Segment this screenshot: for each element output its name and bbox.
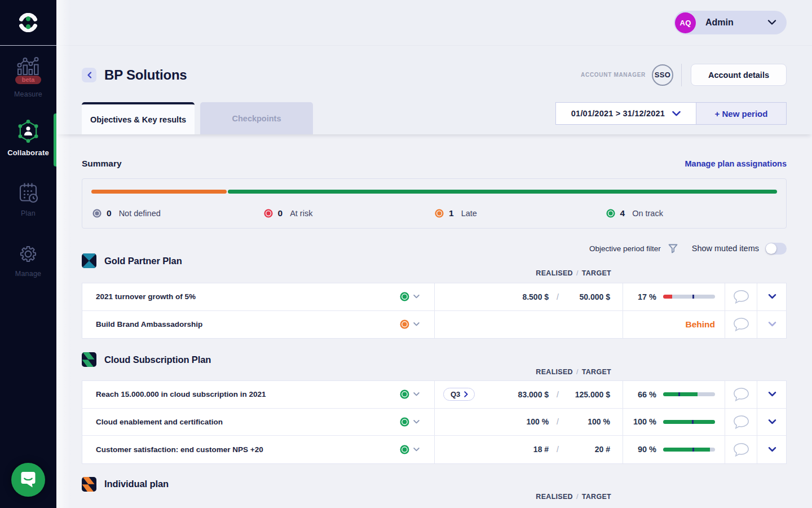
kr-title: Cloud enablement and certification	[96, 418, 400, 426]
brand-logo-icon	[19, 13, 37, 32]
target-header: TARGET	[582, 368, 611, 376]
kr-values: 18 # / 20 #	[443, 445, 610, 454]
chevron-down-icon	[413, 322, 420, 326]
sidebar-item-measure[interactable]: beta Measure	[0, 46, 56, 98]
kr-title-cell: Build Brand Ambassadorship	[82, 311, 434, 339]
legend-on-track: 4 On track	[606, 208, 778, 218]
chat-bubble-icon	[732, 289, 750, 304]
account-manager-avatar[interactable]: SSO	[652, 64, 673, 86]
plan-header: Cloud Subscription Plan	[82, 352, 787, 367]
column-headers: REALISED/TARGET	[82, 493, 622, 501]
key-result-row: Cloud enablement and certification 100 %…	[82, 409, 786, 436]
expected-progress-tick	[678, 392, 680, 396]
chevron-down-icon	[413, 295, 420, 299]
account-manager-label: ACCOUNT MANAGER	[581, 72, 646, 78]
sidebar-item-plan[interactable]: Plan	[0, 157, 56, 217]
header-separator: /	[573, 493, 582, 501]
chevron-down-icon	[767, 20, 776, 25]
app-logo[interactable]	[0, 0, 56, 46]
legend-count: 0	[107, 208, 112, 218]
expected-progress-tick	[692, 420, 694, 424]
show-muted-items-label: Show muted items	[692, 244, 759, 253]
main-area: AQ Admin BP Solutions ACCOUNT MANAGER SS…	[56, 0, 812, 506]
expand-row-button[interactable]	[757, 381, 787, 408]
summary-card: 0 Not defined 0 At risk 1 Late 4 On trac…	[82, 178, 787, 229]
target-value: 100 %	[564, 417, 610, 426]
status-dropdown[interactable]	[400, 292, 420, 301]
tab-objectives-key-results[interactable]: Objectives & Key results	[82, 102, 195, 134]
plan-section-gold-partner: Gold Partner Plan REALISED/TARGET 2021 t…	[82, 253, 787, 339]
legend-label: Late	[461, 209, 477, 218]
comment-button[interactable]	[725, 409, 757, 436]
comment-button[interactable]	[725, 436, 757, 463]
expand-row-button[interactable]	[757, 311, 787, 339]
realised-value: 18 #	[533, 445, 549, 454]
legend-late: 1 Late	[435, 208, 606, 218]
sidebar-item-label: Manage	[0, 270, 56, 278]
kr-values: 8.500 $ / 50.000 $	[443, 292, 610, 301]
status-bullseye-icon	[606, 209, 615, 218]
progress-fill	[663, 295, 672, 299]
sidebar-item-label: Measure	[0, 90, 56, 98]
legend-not-defined: 0 Not defined	[92, 208, 264, 218]
sidebar-item-manage[interactable]: Manage	[0, 217, 56, 278]
summary-bar-ontrack-segment	[228, 190, 777, 194]
funnel-icon	[668, 243, 678, 254]
individual-plan-logo	[82, 477, 96, 492]
chevron-down-icon	[768, 294, 776, 299]
kr-values-cell	[434, 311, 623, 339]
user-menu[interactable]: AQ Admin	[674, 11, 787, 34]
header-separator: /	[573, 269, 582, 277]
column-headers: REALISED/TARGET	[82, 269, 622, 277]
avatar: AQ	[675, 12, 696, 33]
kr-title-cell: 2021 turnover growth of 5%	[82, 283, 434, 310]
manage-plan-assignations-link[interactable]: Manage plan assignations	[685, 159, 787, 168]
toggle-knob	[766, 243, 776, 254]
sidebar-item-label: Collaborate	[0, 148, 56, 157]
chat-launcher-icon	[20, 471, 37, 489]
legend-at-risk: 0 At risk	[264, 208, 435, 218]
chat-launcher-button[interactable]	[11, 463, 45, 497]
back-button[interactable]	[82, 68, 96, 82]
quarter-badge[interactable]: Q3	[443, 388, 475, 401]
sidebar: beta Measure Collaborate	[0, 0, 56, 508]
account-details-button[interactable]: Account details	[691, 64, 787, 86]
expand-row-button[interactable]	[757, 436, 787, 463]
kr-title-cell: Cloud enablement and certification	[82, 409, 434, 436]
user-name: Admin	[705, 17, 734, 28]
tab-checkpoints[interactable]: Checkpoints	[200, 102, 313, 134]
new-period-button[interactable]: + New period	[696, 102, 787, 125]
status-dropdown[interactable]	[400, 445, 420, 454]
target-value: 125.000 $	[564, 390, 610, 399]
expand-row-button[interactable]	[757, 409, 787, 436]
comment-button[interactable]	[725, 381, 757, 408]
comment-button[interactable]	[725, 311, 757, 339]
realised-value: 8.500 $	[522, 292, 549, 301]
expand-row-button[interactable]	[757, 283, 787, 310]
show-muted-toggle[interactable]	[765, 243, 787, 255]
legend-label: Not defined	[119, 209, 161, 218]
target-value: 50.000 $	[564, 292, 610, 301]
progress-bar	[663, 392, 715, 396]
status-dropdown[interactable]	[400, 389, 420, 399]
key-results-table: 2021 turnover growth of 5% 8.500 $ / 50.…	[82, 283, 787, 339]
plan-name: Cloud Subscription Plan	[104, 354, 211, 365]
status-dropdown[interactable]	[400, 319, 420, 329]
legend-count: 1	[449, 208, 454, 218]
filter-button[interactable]	[668, 243, 678, 254]
period-selector[interactable]: 01/01/2021 > 31/12/2021	[555, 102, 696, 125]
sidebar-item-collaborate[interactable]: Collaborate	[0, 98, 56, 157]
progress-percent: 66 %	[638, 390, 656, 399]
value-separator: /	[557, 390, 559, 399]
chevron-down-icon	[768, 447, 776, 452]
page-header: BP Solutions ACCOUNT MANAGER SSO Account…	[56, 46, 812, 134]
status-bullseye-icon	[400, 417, 409, 427]
chat-bubble-icon	[732, 414, 750, 430]
legend-count: 4	[620, 208, 625, 218]
status-dropdown[interactable]	[400, 417, 420, 427]
chat-bubble-icon	[732, 317, 750, 332]
target-value: 20 #	[564, 445, 610, 454]
plan-name: Gold Partner Plan	[104, 256, 182, 266]
comment-button[interactable]	[725, 283, 757, 310]
page-title: BP Solutions	[104, 67, 187, 83]
